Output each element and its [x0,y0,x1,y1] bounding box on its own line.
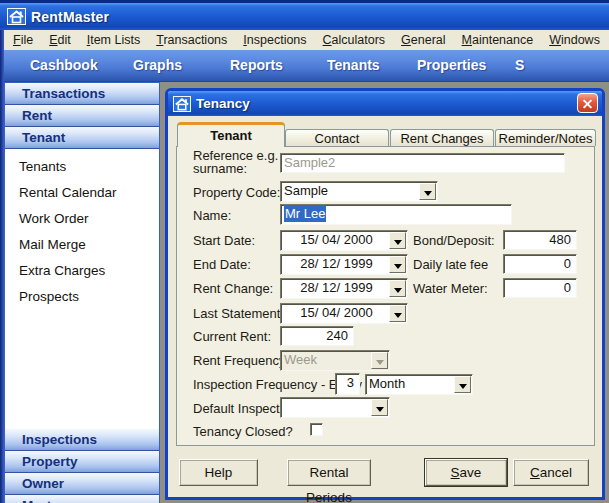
default-inspector-select[interactable] [280,397,390,418]
menubar: FileEditItem ListsTransactionsInspection… [0,30,609,50]
dialog-titlebar: Tenancy [168,91,602,116]
app-titlebar: RentMaster [0,3,609,30]
menu-item[interactable]: File [5,31,41,49]
sidebar-section-header[interactable]: Rent [5,105,159,127]
close-icon[interactable] [577,93,598,113]
dialog-title: Tenancy [196,96,250,111]
sidebar-section-header[interactable]: Tenant [5,127,159,149]
menu-item[interactable]: Calculators [315,31,394,49]
toolbar-item[interactable]: Tenants [327,57,380,73]
end-date-picker[interactable]: 28/ 12/ 1999 [280,254,408,275]
sidebar-top-sections: TransactionsRentTenant [5,83,159,149]
rent-frequency-label: Rent Frequency: [193,353,289,368]
sidebar-section-header[interactable]: Owner [5,473,159,495]
reference-field[interactable]: Sample2 [280,153,565,173]
sidebar-item[interactable]: Tenants [5,154,159,180]
sidebar-section-header[interactable]: Property [5,451,159,473]
sidebar-item-list: TenantsRental CalendarWork OrderMail Mer… [5,149,159,310]
dialog-body: Tenant Contact Rent Changes Reminder/Not… [168,116,602,497]
cancel-button[interactable]: Cancel [513,459,589,486]
daily-late-fee-label: Daily late fee [413,257,488,272]
menu-item[interactable]: Edit [41,31,79,49]
reference-label: Reference e.g. surname: [193,149,278,175]
last-statement-date-picker[interactable]: 15/ 04/ 2000 [280,303,408,324]
tenancy-closed-checkbox[interactable] [310,423,323,436]
chevron-down-icon[interactable] [419,183,436,200]
water-meter-field[interactable]: 0 [503,278,577,298]
tab-contact[interactable]: Contact [285,129,389,146]
menu-item[interactable]: Transactions [148,31,235,49]
rental-periods-button[interactable]: Rental Periods [287,459,371,486]
sidebar-item[interactable]: Extra Charges [5,258,159,284]
end-date-label: End Date: [193,257,251,272]
chevron-down-icon[interactable] [389,232,406,249]
window-left-edge [0,30,4,503]
sidebar-item[interactable]: Prospects [5,284,159,310]
help-button[interactable]: Help [179,459,258,486]
chevron-down-icon[interactable] [389,280,406,297]
property-code-label: Property Code: [193,185,280,200]
toolbar-item[interactable]: Cashbook [30,57,98,73]
sidebar: TransactionsRentTenant TenantsRental Cal… [4,82,160,503]
sidebar-section-header[interactable]: Mortgage [5,495,159,503]
tab-rent-changes[interactable]: Rent Changes [390,129,494,146]
tenancy-dialog: Tenancy Tenant Contact Rent Changes Remi… [165,88,605,500]
current-rent-label: Current Rent: [193,329,271,344]
chevron-down-icon[interactable] [389,256,406,273]
tab-tenant[interactable]: Tenant [177,122,285,147]
chevron-down-icon[interactable] [454,376,471,393]
sidebar-section-header[interactable]: Inspections [5,429,159,451]
sidebar-item[interactable]: Rental Calendar [5,180,159,206]
sidebar-item[interactable]: Work Order [5,206,159,232]
menu-item[interactable]: Item Lists [79,31,149,49]
default-inspector-label: Default Inspector [193,401,291,416]
bond-deposit-label: Bond/Deposit: [413,233,495,248]
toolbar-item[interactable]: Graphs [133,57,182,73]
inspection-frequency-unit-select[interactable]: Month [365,374,473,395]
toolbar-item[interactable]: S [515,57,524,73]
name-field[interactable]: Mr Lee [280,204,512,225]
water-meter-label: Water Meter: [413,281,488,296]
rentmaster-house-icon [7,8,26,25]
start-date-picker[interactable]: 15/ 04/ 2000 [280,230,408,251]
tenancy-closed-label: Tenancy Closed? [193,424,293,439]
chevron-down-icon[interactable] [389,305,406,322]
property-code-select[interactable]: Sample [280,181,438,202]
rent-change-date-picker[interactable]: 28/ 12/ 1999 [280,278,408,299]
app-title: RentMaster [31,9,109,25]
menu-item[interactable]: Inspections [235,31,314,49]
start-date-label: Start Date: [193,233,255,248]
daily-late-fee-field[interactable]: 0 [503,254,577,274]
sidebar-section-header[interactable]: Transactions [5,83,159,105]
menu-item[interactable]: Windows [541,31,608,49]
menu-item[interactable]: Maintenance [454,31,542,49]
dialog-house-icon [173,96,191,112]
chevron-down-icon[interactable] [371,399,388,416]
menu-item[interactable]: General [393,31,453,49]
toolbar: CashbookGraphsReportsTenantsPropertiesS [0,50,609,82]
name-label: Name: [193,208,231,223]
toolbar-item[interactable]: Reports [230,57,283,73]
inspection-frequency-count-field[interactable]: 3 [335,373,360,395]
toolbar-item[interactable]: Properties [417,57,486,73]
save-button[interactable]: Save [425,459,507,486]
rent-change-label: Rent Change: [193,281,273,296]
current-rent-field[interactable]: 240 [280,326,354,346]
bond-deposit-field[interactable]: 480 [503,230,577,250]
chevron-down-icon [371,352,388,369]
sidebar-bottom-sections: InspectionsPropertyOwnerMortgage [5,429,159,503]
tab-reminder-notes[interactable]: Reminder/Notes [495,129,596,146]
sidebar-item[interactable]: Mail Merge [5,232,159,258]
rent-frequency-select[interactable]: Week [280,350,390,371]
selected-text: Mr Lee [284,205,326,222]
last-statement-label: Last Statement: [193,306,284,321]
